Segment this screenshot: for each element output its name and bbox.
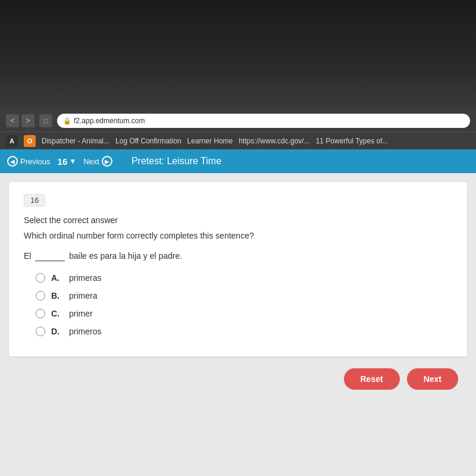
option-d[interactable]: D. primeros: [36, 327, 452, 336]
radio-b[interactable]: [36, 291, 45, 300]
address-bar[interactable]: 🔒 f2.app.edmentum.com: [57, 114, 470, 128]
nav-next-button[interactable]: Next ▶: [83, 156, 112, 167]
bookmark-icon-2: O: [24, 135, 36, 147]
question-number-display[interactable]: 16 ▼: [58, 156, 77, 167]
blank-space: [35, 251, 65, 261]
bookmark-learner[interactable]: Learner Home: [187, 137, 233, 145]
sentence-fill: El baile es para la hija y el padre.: [24, 251, 452, 261]
bottom-actions: Reset Next: [9, 356, 467, 399]
question-card: 16 Select the correct answer Which ordin…: [9, 182, 467, 356]
browser-back-button[interactable]: <: [6, 114, 19, 127]
options-list: A. primeras B. primera C. primer D. prim…: [24, 273, 452, 336]
radio-c[interactable]: [36, 309, 45, 318]
question-badge: 16: [24, 194, 45, 206]
nav-next-label: Next: [83, 157, 99, 166]
question-number-text: 16: [58, 156, 68, 167]
browser-forward-button[interactable]: >: [21, 114, 35, 127]
option-b-label: B.: [51, 291, 63, 300]
reset-button[interactable]: Reset: [344, 368, 400, 390]
previous-label: Previous: [20, 157, 51, 166]
radio-d[interactable]: [36, 327, 45, 336]
bookmark-cdc[interactable]: https://www.cdc.gov/...: [239, 137, 309, 145]
page-title: Pretest: Leisure Time: [131, 156, 221, 167]
option-d-label: D.: [51, 327, 63, 336]
browser-tab-icon: □: [39, 114, 52, 127]
option-c-label: C.: [51, 309, 63, 318]
bookmark-icon-1: A: [6, 135, 18, 147]
bookmark-dispatcher[interactable]: Dispatcher - Animal...: [42, 137, 109, 145]
question-instruction: Select the correct answer: [24, 215, 452, 225]
radio-a[interactable]: [36, 273, 45, 283]
next-icon: ▶: [102, 156, 112, 167]
address-text: f2.app.edmentum.com: [74, 117, 145, 125]
option-b-text: primera: [69, 291, 97, 300]
lock-icon: 🔒: [63, 117, 71, 125]
sentence-before: El: [24, 251, 31, 261]
sentence-after: baile es para la hija y el padre.: [69, 251, 182, 261]
chevron-down-icon: ▼: [69, 157, 76, 165]
bookmark-powerful[interactable]: 11 Powerful Types of...: [316, 137, 389, 145]
previous-button[interactable]: ◀ Previous: [7, 156, 51, 167]
option-c[interactable]: C. primer: [36, 309, 452, 318]
option-a-text: primeras: [69, 273, 101, 283]
option-a[interactable]: A. primeras: [36, 273, 452, 283]
option-d-text: primeros: [69, 327, 101, 336]
previous-icon: ◀: [7, 156, 18, 167]
option-b[interactable]: B. primera: [36, 291, 452, 300]
next-button[interactable]: Next: [407, 368, 458, 390]
option-a-label: A.: [51, 273, 63, 283]
bookmark-logoff[interactable]: Log Off Confirmation: [115, 137, 181, 145]
option-c-text: primer: [69, 309, 93, 318]
question-text: Which ordinal number form correctly comp…: [24, 231, 452, 240]
